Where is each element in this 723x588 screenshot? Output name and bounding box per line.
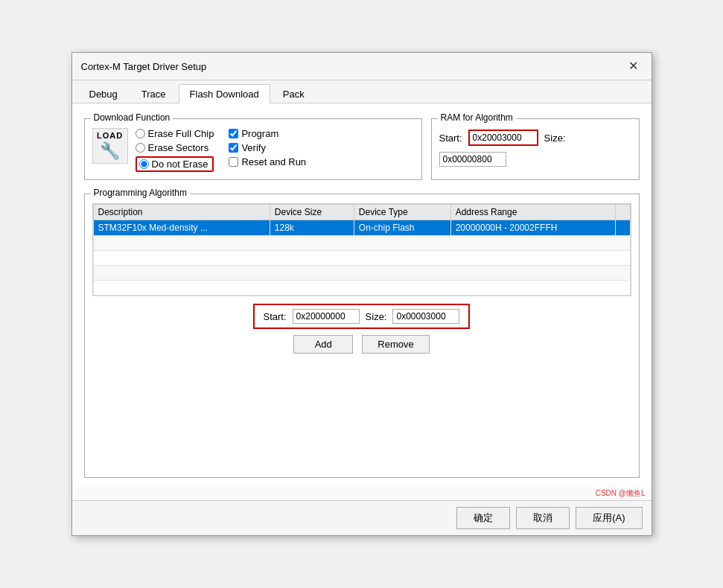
radio-column: Erase Full Chip Erase Sectors Do not Era… [136,128,214,172]
ram-size-label: Size: [544,132,566,144]
checkbox-verify[interactable]: Verify [229,142,306,153]
dialog-title: Cortex-M Target Driver Setup [81,61,207,72]
download-fn-inner: LOAD 🔧 Erase Full Chip Erase Sectors [92,125,414,172]
add-button[interactable]: Add [293,335,353,354]
algo-size-label: Size: [366,311,387,322]
col-extra [616,205,630,220]
ram-start-label: Start: [439,132,462,144]
cell-device-size: 128k [270,220,354,236]
ram-start-input[interactable] [470,131,537,144]
algo-start-size-wrap: Start: Size: [253,304,471,329]
tab-content: Download Function LOAD 🔧 Erase Full Chip [72,103,652,487]
checkbox-program-input[interactable] [229,129,238,138]
ram-row: Start: Size: [439,125,631,167]
table-row-empty-3 [93,266,630,281]
checkbox-column: Program Verify Reset and Run [229,128,306,167]
table-row[interactable]: STM32F10x Med-density ... 128k On-chip F… [93,220,630,236]
table-row-empty-2 [93,251,630,266]
radio-do-not-erase-input[interactable] [139,159,149,169]
radio-erase-full-input[interactable] [136,129,145,138]
remove-button[interactable]: Remove [362,335,429,354]
radio-erase-full-chip[interactable]: Erase Full Chip [136,128,214,139]
col-description: Description [93,205,270,220]
programming-algorithm-group: Programming Algorithm Description Device… [84,194,640,478]
tab-flash-download[interactable]: Flash Download [179,84,270,103]
load-icon-img: 🔧 [100,141,120,161]
dialog-window: Cortex-M Target Driver Setup ✕ Debug Tra… [71,52,652,536]
ok-button[interactable]: 确定 [456,507,510,529]
radio-erase-sectors-input[interactable] [136,143,145,153]
table-row-empty-1 [93,236,630,251]
ram-start-wrap [468,130,538,146]
algo-start-label: Start: [264,311,287,322]
title-bar: Cortex-M Target Driver Setup ✕ [72,53,652,80]
download-function-group: Download Function LOAD 🔧 Erase Full Chip [84,118,422,180]
tab-debug[interactable]: Debug [78,84,129,103]
col-device-type: Device Type [354,205,450,220]
checkbox-reset-run[interactable]: Reset and Run [229,156,306,167]
apply-button[interactable]: 应用(A) [576,507,642,529]
cell-device-type: On-chip Flash [354,220,450,236]
cell-description: STM32F10x Med-density ... [93,220,270,236]
algo-table: Description Device Size Device Type Addr… [93,204,631,295]
footer: 确定 取消 应用(A) [72,500,652,535]
checkbox-program[interactable]: Program [229,128,306,139]
tab-pack[interactable]: Pack [272,84,316,103]
cell-extra [616,220,630,236]
ram-for-algorithm-group: RAM for Algorithm Start: Size: [431,118,640,180]
load-icon-text: LOAD [97,131,123,140]
watermark: CSDN @懒鱼L [72,487,652,500]
table-row-empty-4 [93,281,630,295]
cell-address-range: 20000000H - 20002FFFH [450,220,616,236]
ram-size-input[interactable] [439,152,506,167]
close-button[interactable]: ✕ [624,59,643,74]
download-function-label: Download Function [91,112,173,123]
ram-algo-label: RAM for Algorithm [438,112,516,123]
algo-size-input[interactable] [392,309,459,324]
radio-do-not-erase[interactable]: Do not Erase [136,156,214,172]
algo-start-input[interactable] [293,309,360,324]
table-header-row: Description Device Size Device Type Addr… [93,205,630,220]
tab-bar: Debug Trace Flash Download Pack [72,80,652,103]
algo-table-container: Description Device Size Device Type Addr… [92,203,631,296]
col-device-size: Device Size [270,205,354,220]
checkbox-reset-run-input[interactable] [229,157,238,167]
cancel-button[interactable]: 取消 [516,507,570,529]
prog-algo-label: Programming Algorithm [91,188,190,198]
algo-start-size-container: Start: Size: [92,304,631,329]
col-address-range: Address Range [450,205,616,220]
load-icon: LOAD 🔧 [92,128,128,164]
top-row: Download Function LOAD 🔧 Erase Full Chip [84,112,640,180]
algo-buttons-row: Add Remove [92,335,631,354]
checkbox-verify-input[interactable] [229,143,238,153]
tab-trace[interactable]: Trace [130,84,177,103]
radio-erase-sectors[interactable]: Erase Sectors [136,142,214,153]
